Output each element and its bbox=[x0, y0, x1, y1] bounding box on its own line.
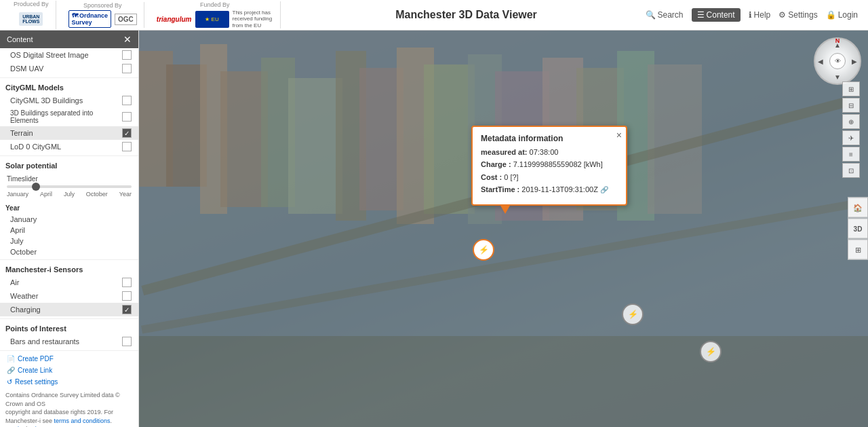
triangulum-logo: triangulum bbox=[157, 16, 192, 23]
timeslider-label: Timeslider bbox=[7, 175, 132, 183]
solar-section-title: Solar potential bbox=[0, 158, 138, 172]
terms-link[interactable]: terms and conditions bbox=[54, 417, 111, 424]
catapult-logo: URBAN FLOWS bbox=[19, 9, 43, 29]
citygml-buildings-checkbox[interactable] bbox=[122, 96, 132, 105]
map-tool-plus[interactable]: ⊕ bbox=[842, 114, 860, 129]
year-item-october[interactable]: October bbox=[0, 246, 138, 257]
svg-rect-19 bbox=[139, 336, 868, 427]
bars-restaurants-checkbox[interactable] bbox=[122, 337, 132, 346]
timeslider-track[interactable] bbox=[7, 185, 132, 188]
sidebar-item-air[interactable]: Air bbox=[0, 276, 138, 289]
map-tool-fly[interactable]: ✈ bbox=[842, 130, 860, 145]
sidebar-item-citygml-buildings[interactable]: CityGML 3D Buildings bbox=[0, 94, 138, 107]
map-marker-2[interactable]: ⚡ bbox=[620, 302, 645, 327]
nav-right-button[interactable]: ▶ bbox=[852, 58, 857, 65]
create-link-label: Create Link bbox=[18, 367, 52, 374]
popup-starttime: StartTime : 2019-11-13T09:31:00Z 🔗 bbox=[481, 185, 618, 195]
dsm-uav-checkbox[interactable] bbox=[122, 64, 132, 73]
sidebar-item-dsm-uav[interactable]: DSM UAV bbox=[0, 62, 138, 75]
funded-logos: triangulum ★ EU This project has receive… bbox=[157, 10, 273, 29]
charging-checkbox[interactable]: ✓ bbox=[122, 305, 132, 314]
air-checkbox[interactable] bbox=[122, 278, 132, 287]
settings-nav-item[interactable]: ⚙ Settings bbox=[778, 10, 817, 20]
map-marker-3[interactable]: ⚡ bbox=[698, 339, 723, 364]
nav-center-icon: 👁 bbox=[835, 58, 841, 64]
marker-1-circle: ⚡ bbox=[473, 239, 494, 261]
map-tool-measure[interactable]: ⊡ bbox=[842, 163, 860, 178]
year-item-april[interactable]: April bbox=[0, 225, 138, 236]
divider-4 bbox=[0, 318, 138, 319]
reset-settings-link[interactable]: ↺ Reset settings bbox=[0, 376, 138, 388]
help-nav-label: Help bbox=[754, 10, 771, 20]
login-nav-label: Login bbox=[838, 10, 858, 20]
sidebar-item-weather[interactable]: Weather bbox=[0, 289, 138, 303]
create-pdf-icon: 📄 bbox=[7, 355, 15, 363]
divider-2 bbox=[0, 155, 138, 156]
map-tool-minus[interactable]: ⊟ bbox=[842, 98, 860, 113]
svg-rect-4 bbox=[220, 71, 268, 207]
help-nav-icon: ℹ bbox=[749, 10, 752, 20]
home-button[interactable]: 🏠 bbox=[848, 198, 868, 218]
help-nav-item[interactable]: ℹ Help bbox=[749, 10, 771, 20]
year-item-january[interactable]: January bbox=[0, 214, 138, 225]
compass-container: ▲ ▼ ◀ ▶ 👁 N bbox=[814, 37, 861, 85]
layers-button[interactable]: ⊞ bbox=[848, 240, 868, 260]
search-nav-item[interactable]: 🔍 Search bbox=[646, 10, 684, 20]
nav-center-button[interactable]: 👁 bbox=[829, 53, 846, 69]
timeslider-thumb[interactable] bbox=[32, 183, 40, 191]
os-logo: 🗺 OrdnanceSurvey bbox=[68, 10, 112, 28]
map-container[interactable]: ▲ ▼ ◀ ▶ 👁 N ⊞ ⊟ ⊕ ✈ ≡ ⊡ 🏠 3D ⊞ bbox=[139, 31, 868, 427]
reset-settings-icon: ↺ bbox=[7, 378, 12, 386]
reset-settings-label: Reset settings bbox=[15, 378, 58, 386]
catapult-logo-text: URBAN FLOWS bbox=[19, 12, 43, 26]
map-toolbar: ⊞ ⊟ ⊕ ✈ ≡ ⊡ bbox=[842, 81, 860, 178]
map-tool-menu[interactable]: ≡ bbox=[842, 147, 860, 162]
sidebar-title: Content bbox=[7, 35, 33, 43]
sidebar-close-button[interactable]: ✕ bbox=[123, 34, 132, 45]
login-nav-item[interactable]: 🔒 Login bbox=[826, 10, 858, 20]
lod0-checkbox[interactable] bbox=[122, 142, 132, 151]
3d-view-button[interactable]: 3D bbox=[848, 219, 868, 239]
sidebar-item-terrain[interactable]: Terrain ✓ bbox=[0, 126, 138, 140]
map-marker-1[interactable]: ⚡ bbox=[471, 238, 496, 262]
map-tool-grid[interactable]: ⊞ bbox=[842, 81, 860, 96]
sidebar-item-3d-buildings-elements[interactable]: 3D Buildings separated into Elements bbox=[0, 107, 138, 126]
eu-description: This project has received funding from t… bbox=[233, 10, 273, 29]
year-item-july[interactable]: July bbox=[0, 236, 138, 246]
produced-by-section: Produced By URBAN FLOWS bbox=[7, 1, 56, 29]
3d-buildings-elements-checkbox[interactable] bbox=[122, 112, 132, 122]
sidebar-header: Content ✕ bbox=[0, 31, 138, 48]
sidebar-item-bars-restaurants[interactable]: Bars and restaurants bbox=[0, 335, 138, 348]
create-link-icon: 🔗 bbox=[7, 367, 15, 374]
popup-cost: Cost : 0 [?] bbox=[481, 172, 618, 183]
produced-by-label: Produced By bbox=[14, 1, 49, 7]
os-image-checkbox[interactable] bbox=[122, 50, 132, 60]
marker-3-circle: ⚡ bbox=[700, 341, 722, 363]
svg-rect-6 bbox=[288, 78, 342, 214]
popup-starttime-link[interactable]: 🔗 bbox=[600, 186, 608, 193]
popup-close-button[interactable]: × bbox=[616, 130, 622, 141]
metadata-popup: × Metadata information measured at: 07:3… bbox=[471, 126, 627, 206]
create-pdf-link[interactable]: 📄 Create PDF bbox=[0, 353, 138, 365]
funded-by-section: Funded By triangulum ★ EU This project h… bbox=[150, 1, 281, 29]
sensors-section-title: Manchester-i Sensors bbox=[0, 262, 138, 276]
nav-wheel[interactable]: ▲ ▼ ◀ ▶ 👁 N bbox=[814, 37, 861, 85]
content-nav-item[interactable]: ☰ Content bbox=[692, 8, 741, 22]
funded-by-label: Funded By bbox=[200, 1, 230, 8]
compass-north-label: N bbox=[835, 37, 840, 44]
create-link-link[interactable]: 🔗 Create Link bbox=[0, 365, 138, 376]
sidebar-item-lod0-citygml[interactable]: LoD 0 CityGML bbox=[0, 140, 138, 153]
nav-left-button[interactable]: ◀ bbox=[818, 58, 823, 65]
sidebar-item-charging[interactable]: Charging ✓ bbox=[0, 303, 138, 316]
nav-down-button[interactable]: ▼ bbox=[834, 73, 841, 81]
citygml-section-title: CityGML Models bbox=[0, 80, 138, 94]
sponsored-by-section: Sponsored By 🗺 OrdnanceSurvey OGC bbox=[62, 2, 144, 28]
svg-rect-10 bbox=[424, 64, 475, 214]
settings-nav-icon: ⚙ bbox=[778, 10, 786, 20]
popup-measured-at: measured at: 07:38:00 bbox=[481, 147, 618, 157]
weather-checkbox[interactable] bbox=[122, 291, 132, 301]
sidebar: Content ✕ OS Digital Street Image DSM UA… bbox=[0, 31, 139, 427]
terrain-checkbox[interactable]: ✓ bbox=[122, 128, 132, 138]
sidebar-item-os-image[interactable]: OS Digital Street Image bbox=[0, 48, 138, 62]
popup-title: Metadata information bbox=[481, 134, 618, 143]
